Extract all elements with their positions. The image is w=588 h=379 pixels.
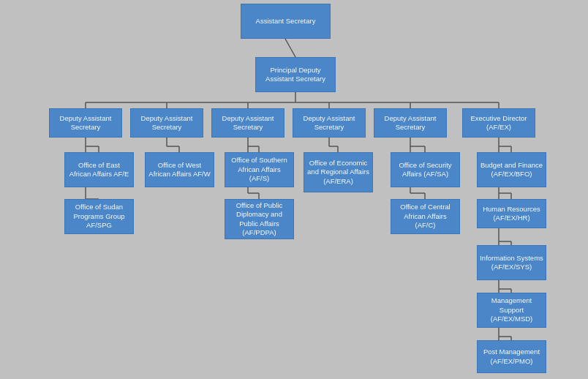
central-african-node: Office of Central African Affairs (AF/C) [391,199,460,234]
org-chart: Assistant Secretary Principal Deputy Ass… [0,0,588,379]
human-resources-node: Human Resources (AF/EX/HR) [477,199,546,228]
assistant-secretary-node: Assistant Secretary [241,4,331,39]
das3-node: Deputy Assistant Secretary [211,108,284,138]
public-diplomacy-node: Office of Public Diplomacy and Public Af… [225,199,294,239]
southern-african-node: Office of Southern African Affairs (AF/S… [225,152,294,187]
das2-node: Deputy Assistant Secretary [130,108,203,138]
info-systems-node: Information Systems (AF/EX/SYS) [477,245,546,280]
economic-regional-node: Office of Economic and Regional Affairs … [304,152,373,192]
security-affairs-node: Office of Security Affairs (AF/SA) [391,152,460,187]
svg-line-0 [285,39,295,57]
west-african-node: Office of West African Affairs AF/W [145,152,214,187]
principal-deputy-node: Principal Deputy Assistant Secretary [255,57,336,92]
mgmt-support-node: Management Support (AF/EX/MSD) [477,293,546,328]
das1-node: Deputy Assistant Secretary [49,108,122,138]
sudan-programs-node: Office of Sudan Programs Group AF/SPG [64,199,134,234]
exec-dir-node: Executive Director (AF/EX) [462,108,535,138]
post-mgmt-node: Post Management (AF/EX/PMO) [477,340,546,373]
budget-finance-node: Budget and Finance (AF/EX/BFO) [477,152,546,187]
das5-node: Deputy Assistant Secretary [374,108,447,138]
das4-node: Deputy Assistant Secretary [293,108,366,138]
east-african-node: Office of East African Affairs AF/E [64,152,134,187]
